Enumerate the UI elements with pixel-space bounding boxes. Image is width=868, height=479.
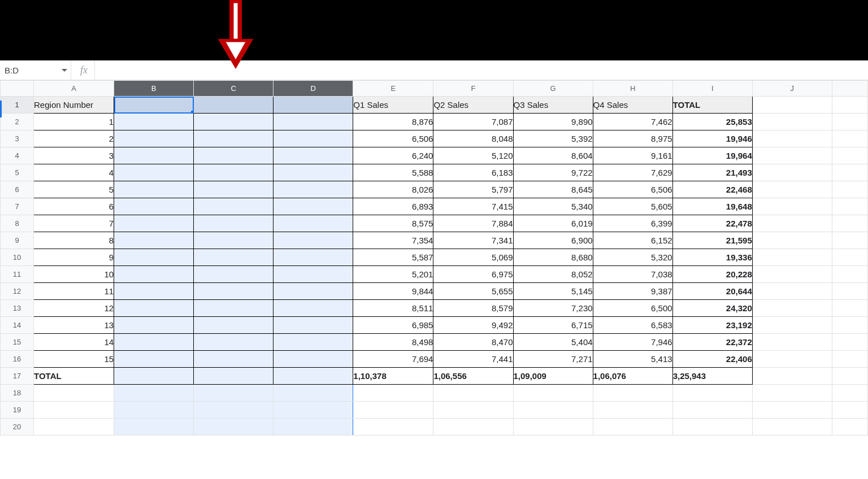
row-header-1[interactable]: 1	[1, 97, 34, 114]
cell-E17[interactable]: 1,10,378	[353, 368, 433, 385]
cell-H19[interactable]	[593, 402, 672, 419]
cell-D19[interactable]	[274, 402, 353, 419]
cell-E3[interactable]: 6,506	[353, 130, 433, 147]
cell-G15[interactable]: 5,404	[513, 334, 593, 351]
cell-G14[interactable]: 6,715	[513, 317, 593, 334]
cell-B19[interactable]	[114, 402, 194, 419]
cell-E14[interactable]: 6,985	[353, 317, 433, 334]
column-header-G[interactable]: G	[513, 81, 593, 97]
cell-F12[interactable]: 5,655	[433, 283, 513, 300]
cell-F8[interactable]: 7,884	[433, 215, 513, 232]
cell-C16[interactable]	[194, 351, 274, 368]
cell-C19[interactable]	[194, 402, 274, 419]
cell-F5[interactable]: 6,183	[433, 164, 513, 181]
cell-J20[interactable]	[752, 419, 832, 436]
cell-I2[interactable]: 25,853	[672, 114, 752, 130]
cell-G19[interactable]	[513, 402, 593, 419]
row-header-18[interactable]: 18	[1, 385, 34, 402]
row-header-5[interactable]: 5	[1, 164, 34, 181]
column-header-C[interactable]: C	[194, 81, 274, 97]
cell-J4[interactable]	[752, 147, 832, 164]
cell-I4[interactable]: 19,964	[672, 147, 752, 164]
cell-G1[interactable]: Q3 Sales	[513, 97, 593, 114]
cell-D13[interactable]	[274, 300, 353, 317]
column-header-D[interactable]: D	[274, 81, 353, 97]
cell-J8[interactable]	[752, 215, 832, 232]
cell-D4[interactable]	[274, 147, 353, 164]
row-header-19[interactable]: 19	[1, 402, 34, 419]
cell-C4[interactable]	[194, 147, 274, 164]
cell-H9[interactable]: 6,152	[593, 232, 672, 249]
cell-G9[interactable]: 6,900	[513, 232, 593, 249]
cell-C20[interactable]	[194, 419, 274, 436]
cell-J1[interactable]	[752, 97, 832, 114]
cell-B14[interactable]	[114, 317, 194, 334]
cell-B3[interactable]	[114, 130, 194, 147]
row-header-16[interactable]: 16	[1, 351, 34, 368]
cell-A17[interactable]: TOTAL	[34, 368, 114, 385]
cell-D6[interactable]	[274, 181, 353, 198]
cell-E8[interactable]: 8,575	[353, 215, 433, 232]
cell-G5[interactable]: 9,722	[513, 164, 593, 181]
cell-J15[interactable]	[752, 334, 832, 351]
cell-F20[interactable]	[433, 419, 513, 436]
cell-E5[interactable]: 5,588	[353, 164, 433, 181]
cell-B11[interactable]	[114, 266, 194, 283]
cell-C14[interactable]	[194, 317, 274, 334]
name-box[interactable]: B:D	[0, 60, 71, 80]
cell-C13[interactable]	[194, 300, 274, 317]
column-header-A[interactable]: A	[34, 81, 114, 97]
cell-D2[interactable]	[274, 114, 353, 130]
cell-B13[interactable]	[114, 300, 194, 317]
cell-D16[interactable]	[274, 351, 353, 368]
cell-J3[interactable]	[752, 130, 832, 147]
cell-F18[interactable]	[433, 385, 513, 402]
column-header-J[interactable]: J	[752, 81, 832, 97]
row-header-15[interactable]: 15	[1, 334, 34, 351]
column-header-E[interactable]: E	[353, 81, 433, 97]
cell-D10[interactable]	[274, 249, 353, 266]
cell-J16[interactable]	[752, 351, 832, 368]
cell-E4[interactable]: 6,240	[353, 147, 433, 164]
cell-D14[interactable]	[274, 317, 353, 334]
cell-C10[interactable]	[194, 249, 274, 266]
cell-C7[interactable]	[194, 198, 274, 215]
cell-G12[interactable]: 5,145	[513, 283, 593, 300]
cell-A18[interactable]	[34, 385, 114, 402]
cell-B5[interactable]	[114, 164, 194, 181]
cell-D1[interactable]	[274, 97, 353, 114]
cell-B8[interactable]	[114, 215, 194, 232]
cell-A3[interactable]: 2	[34, 130, 114, 147]
row-header-20[interactable]: 20	[1, 419, 34, 436]
cell-E15[interactable]: 8,498	[353, 334, 433, 351]
cell-I7[interactable]: 19,648	[672, 198, 752, 215]
column-header-F[interactable]: F	[433, 81, 513, 97]
cell-H3[interactable]: 8,975	[593, 130, 672, 147]
cell-D11[interactable]	[274, 266, 353, 283]
cell-A15[interactable]: 14	[34, 334, 114, 351]
cell-C18[interactable]	[194, 385, 274, 402]
cell-E2[interactable]: 8,876	[353, 114, 433, 130]
cell-H10[interactable]: 5,320	[593, 249, 672, 266]
cell-E9[interactable]: 7,354	[353, 232, 433, 249]
row-header-10[interactable]: 10	[1, 249, 34, 266]
cell-G20[interactable]	[513, 419, 593, 436]
cell-H13[interactable]: 6,500	[593, 300, 672, 317]
cell-I10[interactable]: 19,336	[672, 249, 752, 266]
cell-A16[interactable]: 15	[34, 351, 114, 368]
cell-J17[interactable]	[752, 368, 832, 385]
cell-C5[interactable]	[194, 164, 274, 181]
cell-F2[interactable]: 7,087	[433, 114, 513, 130]
cell-D17[interactable]	[274, 368, 353, 385]
cell-G3[interactable]: 5,392	[513, 130, 593, 147]
cell-I8[interactable]: 22,478	[672, 215, 752, 232]
row-header-12[interactable]: 12	[1, 283, 34, 300]
cell-G13[interactable]: 7,230	[513, 300, 593, 317]
cell-I18[interactable]	[672, 385, 752, 402]
cell-J2[interactable]	[752, 114, 832, 130]
cell-I9[interactable]: 21,595	[672, 232, 752, 249]
row-header-7[interactable]: 7	[1, 198, 34, 215]
cell-F6[interactable]: 5,797	[433, 181, 513, 198]
cell-H20[interactable]	[593, 419, 672, 436]
cell-J14[interactable]	[752, 317, 832, 334]
